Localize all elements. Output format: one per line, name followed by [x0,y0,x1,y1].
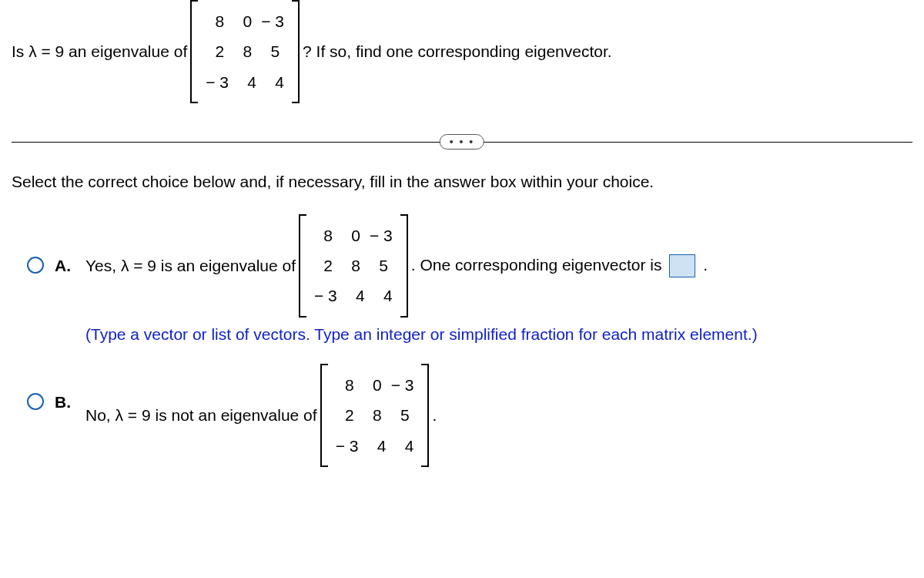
matrix-cell: 0 [342,225,360,246]
matrix-cell: 8 [233,41,252,62]
matrix-cell: 4 [367,435,386,456]
matrix-cell: 2 [336,405,354,425]
question-matrix: 8 0 − 3 2 8 5 − 3 4 4 [190,0,300,103]
matrix-cell: − 3 [314,285,337,306]
matrix-cell: 8 [342,255,360,276]
choice-a-period: . [703,255,708,273]
bracket-right [400,214,408,318]
matrix-cell: 4 [395,435,413,456]
choice-a: A. Yes, λ = 9 is an eigenvalue of 8 0 − … [27,214,912,344]
bracket-left [190,0,198,103]
instruction-text: Select the correct choice below and, if … [12,173,912,191]
choice-b-label: B. [55,393,75,412]
choice-a-hint: (Type a vector or list of vectors. Type … [85,324,912,344]
matrix-cell: 5 [261,41,280,62]
radio-b[interactable] [27,393,44,410]
question-suffix: ? If so, find one corresponding eigenvec… [303,42,612,61]
matrix-cell: 4 [266,72,284,92]
matrix-cell: 8 [363,405,382,425]
matrix-body: 8 0 − 3 2 8 5 − 3 4 4 [198,0,292,103]
matrix-cell: 8 [206,11,224,32]
choice-a-label: A. [55,257,75,275]
matrix-cell: 4 [238,72,256,92]
choice-a-matrix: 8 0 − 3 2 8 5 − 3 4 [299,214,408,318]
matrix-cell: 0 [233,11,252,32]
choices: A. Yes, λ = 9 is an eigenvalue of 8 0 − … [12,214,912,467]
divider: • • • [12,134,912,150]
matrix-cell: − 3 [336,435,359,456]
matrix-cell: 2 [314,255,333,276]
matrix-cell: − 3 [206,72,229,92]
bracket-left [299,214,306,318]
more-dots-icon[interactable]: • • • [440,134,484,150]
choice-b-period: . [432,406,437,425]
question-row: Is λ = 9 an eigenvalue of 8 0 − 3 2 8 5 … [12,0,912,103]
radio-a[interactable] [27,257,44,274]
matrix-cell: 0 [363,375,382,395]
question-prefix: Is λ = 9 an eigenvalue of [12,42,187,61]
matrix-cell: − 3 [391,375,414,395]
choice-a-before: Yes, λ = 9 is an eigenvalue of [85,257,296,275]
matrix-cell: 5 [391,405,410,425]
choice-a-after1: . One corresponding eigenvector is [411,255,662,273]
matrix-cell: 5 [370,255,388,276]
bracket-right [421,364,429,467]
answer-input[interactable] [669,254,695,277]
matrix-cell: 8 [314,225,333,246]
bracket-left [320,364,328,467]
bracket-right [292,0,300,103]
matrix-cell: 8 [336,375,354,395]
choice-b-before: No, λ = 9 is not an eigenvalue of [85,406,317,425]
matrix-cell: 4 [374,285,393,306]
choice-b-matrix: 8 0 − 3 2 8 5 − 3 4 [320,364,430,467]
choice-b: B. No, λ = 9 is not an eigenvalue of 8 0… [27,364,912,467]
matrix-cell: − 3 [261,11,284,32]
matrix-cell: 4 [346,285,365,306]
matrix-cell: − 3 [370,225,393,246]
matrix-cell: 2 [206,41,224,62]
